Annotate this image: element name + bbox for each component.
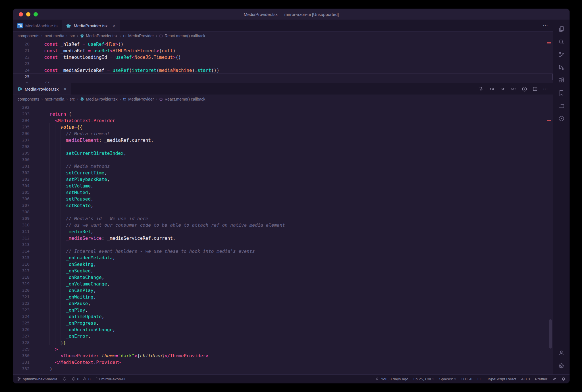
code-line-295[interactable]: 295 value={{ bbox=[13, 124, 553, 130]
toggle-inline-view-icon[interactable] bbox=[500, 86, 506, 92]
breadcrumb-item[interactable]: next-media bbox=[45, 97, 64, 101]
code-line-305[interactable]: 305 setMuted, bbox=[13, 189, 553, 196]
breadcrumb-item[interactable]: next-media bbox=[45, 34, 64, 38]
code-line-306[interactable]: 306 setPaused, bbox=[13, 196, 553, 202]
breadcrumb-item[interactable]: MediaProvider.tsx bbox=[80, 97, 117, 101]
cursor-position-status[interactable]: Ln 25, Col 1 bbox=[413, 377, 434, 381]
code-line-304[interactable]: 304 setVolume, bbox=[13, 183, 553, 189]
code-line-312[interactable]: 312 _mediaService: _mediaServiceRef.curr… bbox=[13, 235, 553, 241]
code-line-326[interactable]: 326 _onDurationChange, bbox=[13, 326, 553, 333]
more-actions-icon[interactable]: ⋯ bbox=[543, 86, 548, 92]
code-line-293[interactable]: 293 return ( bbox=[13, 111, 553, 117]
double-arrow-icon[interactable] bbox=[552, 377, 556, 381]
code-line-322[interactable]: 322 _onPause, bbox=[13, 300, 553, 307]
live-preview-icon[interactable] bbox=[555, 112, 568, 125]
search-icon[interactable] bbox=[555, 36, 568, 48]
code-line-314[interactable]: 314 // Internal event hanlders - we use … bbox=[13, 248, 553, 255]
bookmarks-icon[interactable] bbox=[555, 87, 568, 99]
code-line-24[interactable]: 24 const _mediaServiceRef = useRef(inter… bbox=[13, 67, 553, 74]
code-line-25[interactable]: 25 bbox=[13, 74, 553, 80]
indentation-status[interactable]: Spaces: 2 bbox=[439, 377, 456, 381]
code-line-307[interactable]: 307 setRotate, bbox=[13, 202, 553, 209]
breadcrumb-item[interactable]: components bbox=[18, 34, 39, 38]
code-line-317[interactable]: 317 _onSeeked, bbox=[13, 268, 553, 274]
editor-bottom[interactable]: 292293 return (294 <MediaContext.Provide… bbox=[13, 103, 553, 374]
git-blame-status[interactable]: You, 3 days ago bbox=[375, 377, 408, 381]
code-line-301[interactable]: 301 // Media methods bbox=[13, 163, 553, 170]
code-line-330[interactable]: 330 <ThemeProvider theme="dark">{childre… bbox=[13, 353, 553, 359]
code-line-300[interactable]: 300 bbox=[13, 157, 553, 163]
code-line-325[interactable]: 325 _onProgress, bbox=[13, 320, 553, 326]
workspace-folder-status[interactable]: mirror-axon-ui bbox=[96, 377, 125, 381]
code-line-318[interactable]: 318 _onRateChange, bbox=[13, 274, 553, 281]
code-line-292[interactable]: 292 bbox=[13, 104, 553, 111]
code-line-315[interactable]: 315 _onLoadedMetadata, bbox=[13, 255, 553, 261]
code-line-23[interactable]: 23 bbox=[13, 61, 553, 67]
breadcrumb-item[interactable]: React.memo() callback bbox=[159, 34, 205, 38]
code-line-310[interactable]: 310 // as we want our consumer code to b… bbox=[13, 222, 553, 228]
version-status[interactable]: 4.0.3 bbox=[521, 377, 530, 381]
code-line-308[interactable]: 308 bbox=[13, 209, 553, 215]
split-editor-icon[interactable] bbox=[532, 86, 538, 92]
notifications-icon[interactable] bbox=[562, 377, 566, 381]
close-tab-icon[interactable]: × bbox=[113, 23, 116, 28]
close-tab-icon[interactable]: × bbox=[64, 87, 66, 91]
encoding-status[interactable]: UTF-8 bbox=[462, 377, 472, 381]
code-line-298[interactable]: 298 bbox=[13, 143, 553, 150]
more-actions-icon[interactable]: ⋯ bbox=[543, 22, 548, 29]
open-changes-icon[interactable] bbox=[478, 86, 484, 92]
eol-status[interactable]: LF bbox=[477, 377, 482, 381]
tab-mediaprovider-tsx-bottom[interactable]: MediaProvider.tsx × bbox=[13, 83, 71, 95]
breadcrumb-item[interactable]: components bbox=[18, 97, 39, 101]
source-control-icon[interactable] bbox=[555, 48, 568, 61]
code-line-302[interactable]: 302 setCurrentTime, bbox=[13, 170, 553, 176]
breadcrumb-item[interactable]: MediaProvider bbox=[123, 97, 154, 101]
problems-status[interactable]: 0 0 bbox=[72, 377, 91, 381]
breadcrumb-item[interactable]: React.memo() callback bbox=[159, 97, 205, 101]
code-line-328[interactable]: 328 }} bbox=[13, 339, 553, 346]
next-change-icon[interactable] bbox=[510, 86, 517, 92]
explorer-icon[interactable] bbox=[555, 23, 568, 36]
sync-status[interactable] bbox=[63, 377, 66, 381]
run-file-icon[interactable] bbox=[521, 86, 527, 92]
code-line-309[interactable]: 309 // Media's id - We use id here bbox=[13, 215, 553, 222]
code-line-297[interactable]: 297 mediaElement: _mediaRef.current, bbox=[13, 137, 553, 143]
previous-change-icon[interactable] bbox=[489, 86, 495, 92]
minimize-window-button[interactable] bbox=[26, 12, 30, 16]
breadcrumb-item[interactable]: src bbox=[70, 97, 75, 101]
code-line-22[interactable]: 22 const _timeoutLoadingId = useRef<Node… bbox=[13, 54, 553, 61]
code-line-294[interactable]: 294 <MediaContext.Provider bbox=[13, 117, 553, 124]
extensions-icon[interactable] bbox=[555, 74, 568, 87]
code-line-332[interactable]: 332 ) bbox=[13, 366, 553, 372]
close-window-button[interactable] bbox=[19, 12, 23, 16]
formatter-status[interactable]: Prettier bbox=[535, 377, 547, 381]
breadcrumb-item[interactable]: src bbox=[70, 34, 75, 38]
accounts-icon[interactable] bbox=[555, 347, 568, 359]
code-line-329[interactable]: 329 > bbox=[13, 346, 553, 353]
tab-mediaprovider-tsx-top[interactable]: MediaProvider.tsx × bbox=[62, 20, 120, 31]
branch-status[interactable]: optimize-next-media bbox=[17, 377, 57, 381]
code-line-311[interactable]: 311 _mediaRef, bbox=[13, 228, 553, 235]
breadcrumb-item[interactable]: MediaProvider.tsx bbox=[80, 34, 117, 38]
code-line-303[interactable]: 303 setPlaybackRate, bbox=[13, 176, 553, 183]
breadcrumb-item[interactable]: MediaProvider bbox=[123, 34, 154, 38]
remote-explorer-icon[interactable] bbox=[555, 99, 568, 112]
code-line-323[interactable]: 323 _onPlay, bbox=[13, 307, 553, 313]
code-line-313[interactable]: 313 bbox=[13, 241, 553, 248]
scrollbar-thumb[interactable] bbox=[549, 319, 552, 349]
code-line-316[interactable]: 316 _onSeeking, bbox=[13, 261, 553, 268]
code-line-327[interactable]: 327 _onError, bbox=[13, 333, 553, 339]
code-line-319[interactable]: 319 _onVolumeChange, bbox=[13, 281, 553, 287]
code-line-331[interactable]: 331 </MediaContext.Provider> bbox=[13, 359, 553, 366]
code-line-26[interactable]: 26 // ... bbox=[13, 80, 553, 83]
editor-top[interactable]: 20 const _hlsRef = useRef<Hls>()21 const… bbox=[13, 40, 553, 83]
code-line-324[interactable]: 324 _onTimeUpdate, bbox=[13, 313, 553, 320]
maximize-window-button[interactable] bbox=[34, 12, 38, 16]
run-and-debug-icon[interactable] bbox=[555, 61, 568, 74]
code-line-20[interactable]: 20 const _hlsRef = useRef<Hls>() bbox=[13, 41, 553, 47]
tab-mediamachine-ts[interactable]: TS MediaMachine.ts bbox=[13, 20, 62, 31]
language-mode-status[interactable]: TypeScript React bbox=[487, 377, 516, 381]
settings-gear-icon[interactable] bbox=[555, 359, 568, 372]
code-line-320[interactable]: 320 _onCanPlay, bbox=[13, 287, 553, 294]
title-bar[interactable]: MediaProvider.tsx — mirror-axon-ui [Unsu… bbox=[13, 9, 569, 20]
